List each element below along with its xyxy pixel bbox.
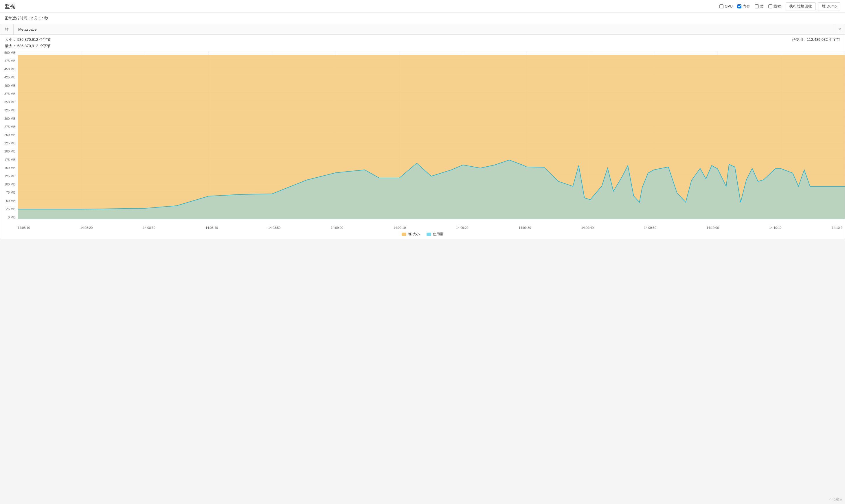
legend-label: 堆 大小 bbox=[408, 232, 419, 237]
monitor-checkboxes: CPU 内存 类 线程 bbox=[719, 4, 781, 9]
chart-area bbox=[18, 51, 845, 219]
y-axis-label: 275 MB bbox=[1, 125, 15, 128]
y-axis-label: 150 MB bbox=[1, 166, 15, 169]
cpu-label: CPU bbox=[725, 4, 733, 8]
heap-info-right: 已使用： 112,439,032 个字节 bbox=[792, 37, 840, 42]
heap-tab-label: 堆 bbox=[0, 24, 14, 34]
thread-label: 线程 bbox=[774, 4, 781, 9]
heap-max-label: 最大： bbox=[5, 44, 16, 48]
y-axis-label: 325 MB bbox=[1, 109, 15, 112]
y-axis-label: 75 MB bbox=[1, 191, 15, 194]
cpu-checkbox[interactable] bbox=[719, 4, 723, 8]
heap-used-label: 已使用： bbox=[792, 37, 807, 42]
class-checkbox-item[interactable]: 类 bbox=[755, 4, 764, 9]
y-axis-label: 350 MB bbox=[1, 101, 15, 104]
x-axis-label: 14:10:2 bbox=[832, 226, 842, 230]
legend-bar: 堆 大小使用量 bbox=[0, 231, 845, 239]
uptime-bar: 正常运行时间：2 分 17 秒 bbox=[0, 13, 845, 24]
class-checkbox[interactable] bbox=[755, 4, 759, 8]
top-bar: 监视 CPU 内存 类 线程 执行垃圾回收 堆 Dump bbox=[0, 0, 845, 13]
x-axis: 14:08:1014:08:2014:08:3014:08:4014:08:50… bbox=[18, 219, 845, 231]
x-axis-label: 14:08:30 bbox=[143, 226, 156, 230]
x-axis-label: 14:08:20 bbox=[80, 226, 93, 230]
thread-checkbox[interactable] bbox=[768, 4, 772, 8]
chart-svg bbox=[18, 51, 845, 219]
y-axis-label: 50 MB bbox=[1, 199, 15, 202]
y-axis-label: 425 MB bbox=[1, 76, 15, 79]
heap-close-button[interactable]: × bbox=[835, 24, 845, 34]
legend-color bbox=[427, 233, 431, 236]
memory-checkbox[interactable] bbox=[737, 4, 741, 8]
x-axis-label: 14:09:50 bbox=[644, 226, 656, 230]
y-axis-label: 25 MB bbox=[1, 208, 15, 211]
x-axis-label: 14:09:00 bbox=[331, 226, 343, 230]
x-axis-label: 14:09:40 bbox=[581, 226, 594, 230]
y-axis-label: 200 MB bbox=[1, 150, 15, 153]
cpu-checkbox-item[interactable]: CPU bbox=[719, 4, 733, 8]
heap-panel: 堆 Metaspace × 大小： 536,870,912 个字节 最大： 53… bbox=[0, 24, 845, 239]
heap-used-value: 112,439,032 个字节 bbox=[807, 37, 840, 42]
legend-item: 使用量 bbox=[427, 232, 443, 237]
y-axis-label: 100 MB bbox=[1, 183, 15, 186]
heap-info-bar: 大小： 536,870,912 个字节 最大： 536,870,912 个字节 … bbox=[0, 35, 845, 51]
gc-button[interactable]: 执行垃圾回收 bbox=[786, 2, 816, 11]
heap-tab-name[interactable]: Metaspace bbox=[14, 27, 835, 32]
heap-size-label: 大小： bbox=[5, 37, 16, 42]
y-axis-label: 400 MB bbox=[1, 84, 15, 87]
heap-size-value: 536,870,912 个字节 bbox=[17, 37, 51, 42]
class-label: 类 bbox=[760, 4, 764, 9]
action-buttons: 执行垃圾回收 堆 Dump bbox=[786, 2, 840, 11]
heap-max-value: 536,870,912 个字节 bbox=[17, 44, 51, 48]
uptime-text: 正常运行时间：2 分 17 秒 bbox=[5, 16, 48, 20]
x-axis-label: 14:10:10 bbox=[769, 226, 781, 230]
page-title: 监视 bbox=[5, 3, 15, 10]
legend-item: 堆 大小 bbox=[402, 232, 419, 237]
x-axis-label: 14:09:30 bbox=[519, 226, 531, 230]
y-axis-label: 500 MB bbox=[1, 51, 15, 54]
legend-label: 使用量 bbox=[433, 232, 443, 237]
heap-max-row: 最大： 536,870,912 个字节 bbox=[5, 43, 792, 49]
y-axis-label: 125 MB bbox=[1, 175, 15, 178]
y-axis-label: 450 MB bbox=[1, 68, 15, 71]
y-axis-label: 300 MB bbox=[1, 117, 15, 120]
thread-checkbox-item[interactable]: 线程 bbox=[768, 4, 781, 9]
heap-dump-button[interactable]: 堆 Dump bbox=[818, 2, 840, 11]
chart-container: 500 MB475 MB450 MB425 MB400 MB375 MB350 … bbox=[0, 51, 845, 231]
y-axis-label: 0 MB bbox=[1, 216, 15, 219]
y-axis-label: 175 MB bbox=[1, 158, 15, 161]
top-bar-right: CPU 内存 类 线程 执行垃圾回收 堆 Dump bbox=[719, 2, 840, 11]
y-axis-label: 250 MB bbox=[1, 133, 15, 137]
heap-size-row: 大小： 536,870,912 个字节 bbox=[5, 37, 792, 42]
x-axis-label: 14:08:40 bbox=[205, 226, 218, 230]
heap-tab-bar: 堆 Metaspace × bbox=[0, 24, 845, 35]
x-axis-label: 14:09:10 bbox=[393, 226, 406, 230]
watermark: ○ 亿速云 bbox=[829, 497, 843, 502]
x-axis-label: 14:09:20 bbox=[456, 226, 468, 230]
x-axis-label: 14:08:50 bbox=[268, 226, 281, 230]
y-axis-label: 225 MB bbox=[1, 142, 15, 145]
legend-color bbox=[402, 233, 406, 236]
y-axis: 500 MB475 MB450 MB425 MB400 MB375 MB350 … bbox=[0, 51, 18, 219]
x-axis-label: 14:10:00 bbox=[706, 226, 719, 230]
x-axis-label: 14:08:10 bbox=[18, 226, 30, 230]
y-axis-label: 475 MB bbox=[1, 59, 15, 62]
heap-info-left: 大小： 536,870,912 个字节 最大： 536,870,912 个字节 bbox=[5, 37, 792, 49]
y-axis-label: 375 MB bbox=[1, 92, 15, 95]
memory-checkbox-item[interactable]: 内存 bbox=[737, 4, 750, 9]
memory-label: 内存 bbox=[742, 4, 750, 9]
